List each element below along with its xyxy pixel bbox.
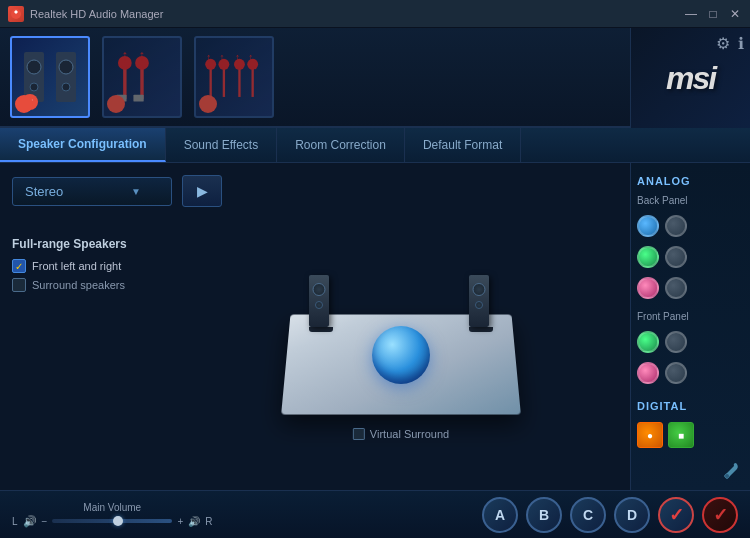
full-range-title: Full-range Speakers <box>12 237 172 251</box>
main-panel: Stereo ▼ ▶ Full-range Speakers ✓ Front l… <box>0 163 630 490</box>
surround-checkbox[interactable] <box>12 278 26 292</box>
svg-point-3 <box>30 83 38 91</box>
button-c[interactable]: C <box>570 497 606 533</box>
window-title: Realtek HD Audio Manager <box>30 8 684 20</box>
svg-text:✓: ✓ <box>26 97 34 108</box>
header-area: ✓ ↑ ↑ ↑ ↑ ↑ ↑ <box>0 28 750 128</box>
virtual-surround-checkbox[interactable] <box>353 428 365 440</box>
svg-text:↑: ↑ <box>235 51 240 63</box>
analog-label: ANALOG <box>637 175 744 187</box>
jack-back-pink-active[interactable] <box>637 277 659 299</box>
blue-sphere <box>372 326 430 384</box>
back-panel-jacks-3 <box>637 277 744 299</box>
msi-logo-area: ⚙ ℹ msi <box>630 28 750 128</box>
tab-speaker-configuration[interactable]: Speaker Configuration <box>0 128 166 162</box>
svg-text:↑: ↑ <box>248 51 253 63</box>
tabs-bar: Speaker Configuration Sound Effects Room… <box>0 128 750 163</box>
digital-label: DIGITAL <box>637 400 744 412</box>
speaker-type-4ch[interactable]: ↑ ↑ ↑ ↑ <box>194 36 274 118</box>
jack-front-green-inactive[interactable] <box>665 331 687 353</box>
front-panel-label: Front Panel <box>637 311 744 322</box>
jack-back-green-inactive[interactable] <box>665 246 687 268</box>
msi-logo-text: msi <box>666 60 715 97</box>
surround-checkbox-row: Surround speakers <box>12 278 172 292</box>
bottom-bar: Main Volume L 🔊 − + 🔊 R A B C D ✓ ✓ <box>0 490 750 538</box>
minimize-button[interactable]: — <box>684 7 698 21</box>
button-check-1[interactable]: ✓ <box>658 497 694 533</box>
app-icon <box>8 6 24 22</box>
jack-front-pink-active[interactable] <box>637 362 659 384</box>
maximize-button[interactable]: □ <box>706 7 720 21</box>
virtual-surround-checkbox-row: Virtual Surround <box>353 428 449 440</box>
dropdown-arrow-icon: ▼ <box>131 186 141 197</box>
front-lr-checkbox[interactable]: ✓ <box>12 259 26 273</box>
svg-point-2 <box>27 60 41 74</box>
svg-point-7 <box>22 94 38 110</box>
right-panel: ANALOG Back Panel Front Panel DIGITAL <box>630 163 750 490</box>
speaker-icon: 🔊 <box>23 515 37 528</box>
svg-text:↑: ↑ <box>206 51 211 63</box>
jack-back-green-active[interactable] <box>637 246 659 268</box>
volume-slider[interactable] <box>52 519 172 523</box>
speaker-right[interactable] <box>469 275 493 332</box>
digital-coaxial-icon[interactable]: ● <box>637 422 663 448</box>
svg-rect-14 <box>133 94 143 101</box>
front-panel-jacks <box>637 331 744 353</box>
front-lr-checkbox-row: ✓ Front left and right <box>12 259 172 273</box>
speaker-mode-dropdown[interactable]: Stereo ▼ <box>12 177 172 206</box>
volume-row: L 🔊 − + 🔊 R <box>12 515 212 528</box>
volume-speaker-icon: 🔊 <box>188 516 200 527</box>
tab-room-correction[interactable]: Room Correction <box>277 128 405 162</box>
svg-text:↑: ↑ <box>139 48 146 63</box>
bottom-buttons: A B C D ✓ ✓ <box>482 497 738 533</box>
tab-default-format[interactable]: Default Format <box>405 128 521 162</box>
speaker-type-2ch[interactable]: ↑ ↑ <box>102 36 182 118</box>
close-button[interactable]: ✕ <box>728 7 742 21</box>
jack-front-pink-inactive[interactable] <box>665 362 687 384</box>
digital-icons-row: ● ■ <box>637 422 744 448</box>
volume-minus[interactable]: − <box>42 516 48 527</box>
settings-icon[interactable]: ⚙ <box>716 34 730 53</box>
button-a[interactable]: A <box>482 497 518 533</box>
play-test-button[interactable]: ▶ <box>182 175 222 207</box>
info-icon[interactable]: ℹ <box>738 34 744 53</box>
speaker-config-controls: Stereo ▼ ▶ <box>12 175 620 207</box>
jack-back-blue-active[interactable] <box>637 215 659 237</box>
tab-sound-effects[interactable]: Sound Effects <box>166 128 278 162</box>
back-panel-label: Back Panel <box>637 195 744 206</box>
svg-rect-13 <box>116 94 126 101</box>
svg-text:↑: ↑ <box>219 51 224 63</box>
back-panel-jacks <box>637 215 744 237</box>
jack-front-green-active[interactable] <box>637 331 659 353</box>
jack-back-pink-inactive[interactable] <box>665 277 687 299</box>
window-controls: — □ ✕ <box>684 7 742 21</box>
digital-optical-icon[interactable]: ■ <box>668 422 694 448</box>
back-panel-jacks-2 <box>637 246 744 268</box>
button-d[interactable]: D <box>614 497 650 533</box>
title-bar: Realtek HD Audio Manager — □ ✕ <box>0 0 750 28</box>
button-check-2[interactable]: ✓ <box>702 497 738 533</box>
jack-back-blue-inactive[interactable] <box>665 215 687 237</box>
front-panel-jacks-2 <box>637 362 744 384</box>
volume-plus[interactable]: + <box>177 516 183 527</box>
speaker-left[interactable] <box>309 275 333 332</box>
volume-thumb <box>113 516 123 526</box>
svg-point-6 <box>62 83 70 91</box>
volume-label: Main Volume <box>83 502 141 513</box>
button-b[interactable]: B <box>526 497 562 533</box>
svg-point-5 <box>59 60 73 74</box>
svg-point-29 <box>725 474 729 478</box>
svg-text:↑: ↑ <box>121 48 128 63</box>
volume-section: Main Volume L 🔊 − + 🔊 R <box>12 502 212 528</box>
speaker-type-stereo[interactable]: ✓ <box>10 36 90 118</box>
speaker-stage: Virtual Surround <box>182 227 620 482</box>
full-range-section: Full-range Speakers ✓ Front left and rig… <box>12 237 172 482</box>
wrench-button[interactable] <box>722 461 742 484</box>
